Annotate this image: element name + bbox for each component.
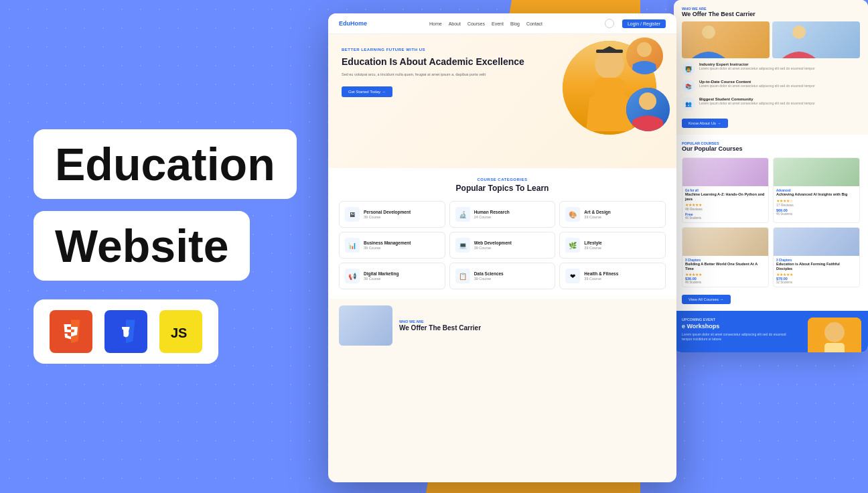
rp-course-title-2: Building A Better World One Student At A… xyxy=(685,262,766,271)
workshop-person-svg xyxy=(808,318,861,352)
rp-course-card-3[interactable]: 3 Chapters Education is About Forming Fa… xyxy=(773,227,860,287)
rp-view-all-btn[interactable]: View All Courses → xyxy=(682,295,731,304)
css3-badge xyxy=(104,310,147,353)
nav-contact[interactable]: Contact xyxy=(526,21,542,26)
rp-students-0: 46 Students xyxy=(685,216,766,220)
rp-know-about-btn[interactable]: Know About Us → xyxy=(682,119,728,128)
cat-icon-8: ❤ xyxy=(565,269,580,283)
svg-point-2 xyxy=(595,50,624,79)
rp-feature-2: 👥 Biggest Student Community Lorem ipsum … xyxy=(682,97,860,111)
rp-stars-2: ★★★★★ xyxy=(685,272,766,277)
categories-section: COURSE CATEGORIES Popular Topics To Lear… xyxy=(328,168,676,299)
js-icon: JS xyxy=(167,318,195,346)
cat-name-5: Lifestyle xyxy=(584,240,601,246)
rp-features-list: 👨‍🏫 Industry Expert Instructor Lorem ips… xyxy=(682,62,860,111)
html5-badge xyxy=(50,310,92,353)
js-badge: JS xyxy=(159,310,202,353)
rp-person-1 xyxy=(682,21,770,58)
svg-point-11 xyxy=(824,322,845,342)
rp-course-card-0[interactable]: Go for all Machine Learning A-Z: Hands-O… xyxy=(682,157,769,223)
rp-courses-title: Our Popular Courses xyxy=(682,145,860,152)
rp-course-img-2 xyxy=(682,228,768,256)
nav-blog[interactable]: Blog xyxy=(510,21,520,26)
svg-point-9 xyxy=(792,25,806,39)
cat-card-1[interactable]: 🔬 Human Research 24 Course xyxy=(449,201,556,228)
cat-card-6[interactable]: 📢 Digital Marketing 39 Course xyxy=(339,263,445,289)
categories-title: Popular Topics To Learn xyxy=(339,184,666,193)
person-sm2 xyxy=(626,88,670,131)
nav-home[interactable]: Home xyxy=(429,21,442,26)
rp-feature-desc-0: Lorem ipsum dolor sit amet consectetur a… xyxy=(699,66,815,71)
cat-name-2: Art & Design xyxy=(584,210,610,215)
cat-info-4: Web Development 39 Course xyxy=(474,240,512,250)
rp-feature-icon-0: 👨‍🏫 xyxy=(682,62,695,76)
search-icon[interactable] xyxy=(605,19,614,28)
rp-feature-text-1: Up-to-Date Course Content Lorem ipsum do… xyxy=(699,80,815,88)
nav-courses[interactable]: Courses xyxy=(467,21,485,26)
cat-card-4[interactable]: 💻 Web Development 39 Course xyxy=(449,232,556,259)
carrier-img xyxy=(339,305,392,346)
cat-name-6: Digital Marketing xyxy=(364,271,399,277)
cat-name-7: Data Sciences xyxy=(474,271,504,277)
rp-stars-3: ★★★★★ xyxy=(776,272,857,277)
rp-courses-section: POPULAR COURSES Our Popular Courses Go f… xyxy=(674,135,868,311)
nav-event[interactable]: Event xyxy=(492,21,504,26)
cat-icon-4: 💻 xyxy=(455,238,470,253)
cat-card-2[interactable]: 🎨 Art & Design 39 Course xyxy=(559,201,666,228)
rp-course-title-1: Achieving Advanced AI Insights with Big xyxy=(776,192,857,197)
cat-count-5: 39 Course xyxy=(584,246,601,250)
rp-students-1: 46 Students xyxy=(776,212,857,216)
cat-card-0[interactable]: 🖥 Personal Development 39 Course xyxy=(339,201,445,228)
rp-img-2 xyxy=(772,21,860,58)
hero-circle-small-2 xyxy=(626,88,670,131)
cat-count-6: 39 Course xyxy=(364,277,399,281)
cat-card-8[interactable]: ❤ Health & Fitness 39 Course xyxy=(559,263,666,289)
login-register-btn[interactable]: Login / Register xyxy=(622,19,666,28)
rp-workshop-section: UPCOMING EVENT e Workshops Lorem ipsum d… xyxy=(674,311,868,352)
cat-info-1: Human Research 24 Course xyxy=(474,210,510,219)
rp-course-img-0 xyxy=(682,158,768,186)
cat-name-1: Human Research xyxy=(474,210,510,215)
right-panel: WHO WE ARE We Offer The Best Carrier xyxy=(667,0,868,493)
nav-about[interactable]: About xyxy=(449,21,461,26)
rp-feature-icon-1: 📚 xyxy=(682,80,695,93)
svg-text:JS: JS xyxy=(171,326,187,340)
svg-rect-3 xyxy=(595,78,624,98)
rp-course-card-2[interactable]: 3 Chapters Building A Better World One S… xyxy=(682,227,769,287)
cat-icon-7: 📋 xyxy=(455,269,470,283)
hero-cta-btn[interactable]: Get Started Today → xyxy=(342,86,392,97)
carrier-text: WHO WE ARE We Offer The Best Carrier xyxy=(399,320,666,332)
rp-courses-row-2: 3 Chapters Building A Better World One S… xyxy=(682,227,860,287)
rp-img-1 xyxy=(682,21,770,58)
cat-info-0: Personal Development 39 Course xyxy=(364,210,411,219)
rp-feature-icon-2: 👥 xyxy=(682,97,695,111)
hero-circle-small-1 xyxy=(626,38,663,74)
cat-icon-2: 🎨 xyxy=(565,207,580,222)
cat-card-7[interactable]: 📋 Data Sciences 39 Course xyxy=(449,263,556,289)
rp-feature-desc-2: Lorem ipsum dolor sit amet consectetur a… xyxy=(699,101,815,106)
person-svg-sm2 xyxy=(626,88,670,131)
title-box-website: Website xyxy=(33,211,250,281)
rp-stars-0: ★★★★★ xyxy=(685,202,766,207)
person-sm1 xyxy=(626,38,663,74)
rp-course-body-1: Advanced Achieving Advanced AI Insights … xyxy=(774,186,859,218)
rp-carrier-title: We Offer The Best Carrier xyxy=(682,11,860,17)
rp-course-card-1[interactable]: Advanced Achieving Advanced AI Insights … xyxy=(773,157,860,223)
rp-workshop-image xyxy=(808,318,861,352)
hero-subtitle: BETTER LEARNING FUTURE WITH US xyxy=(342,48,549,52)
rp-course-body-0: Go for all Machine Learning A-Z: Hands-O… xyxy=(682,186,768,222)
cat-card-5[interactable]: 🌿 Lifestyle 39 Course xyxy=(559,232,666,259)
rp-course-img-1 xyxy=(774,158,859,186)
categories-grid: 🖥 Personal Development 39 Course 🔬 Human… xyxy=(339,201,666,289)
cat-info-3: Business Management 39 Course xyxy=(364,240,411,250)
html5-icon xyxy=(59,318,83,346)
title-box-education: Education xyxy=(33,129,297,199)
cat-card-3[interactable]: 📊 Business Management 39 Course xyxy=(339,232,445,259)
cat-name-8: Health & Fitness xyxy=(584,271,618,277)
cat-info-2: Art & Design 39 Course xyxy=(584,210,610,219)
cat-info-7: Data Sciences 39 Course xyxy=(474,271,504,281)
hero-section: BETTER LEARNING FUTURE WITH US Education… xyxy=(328,34,676,168)
rp-feature-desc-1: Lorem ipsum dolor sit amet consectetur a… xyxy=(699,84,815,88)
categories-subtitle: COURSE CATEGORIES xyxy=(339,178,666,182)
rp-feature-text-2: Biggest Student Community Lorem ipsum do… xyxy=(699,97,815,106)
